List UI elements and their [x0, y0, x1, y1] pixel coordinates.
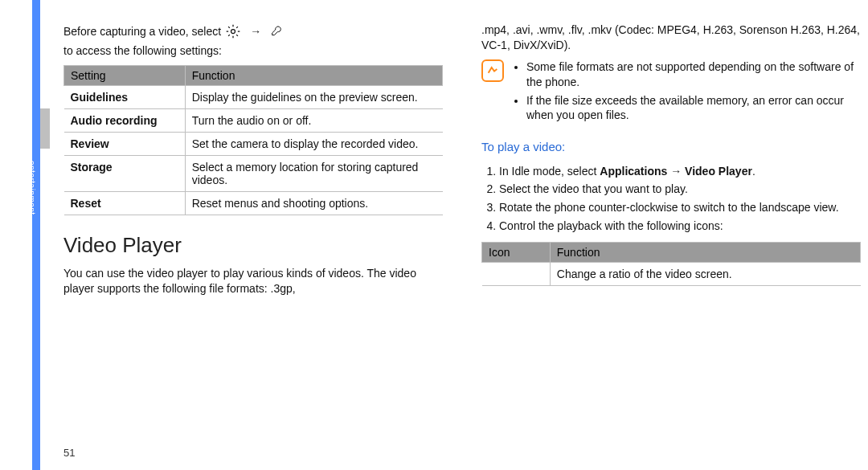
side-section-label: entertainment	[27, 161, 36, 257]
side-gray-tab	[40, 108, 50, 149]
page-number: 51	[63, 447, 75, 459]
setting-function: Set the camera to display the recorded v…	[185, 132, 442, 155]
section-heading: Video Player	[63, 233, 443, 258]
step-item: Rotate the phone counter-clockwise to sw…	[499, 198, 861, 217]
setting-name: Guidelines	[64, 85, 186, 108]
page-content: Before capturing a video, select → to ac…	[63, 0, 861, 470]
table-row: StorageSelect a memory location for stor…	[64, 155, 443, 191]
intro-text-a: Before capturing a video, select	[63, 24, 221, 39]
setting-function: Select a memory location for storing cap…	[185, 155, 442, 191]
setting-name: Reset	[64, 191, 186, 215]
step-text: In Idle mode, select	[499, 165, 600, 178]
step-item: Select the video that you want to play.	[499, 180, 861, 198]
setting-name: Storage	[64, 155, 186, 191]
step-item: In Idle mode, select Applications → Vide…	[499, 162, 861, 181]
setting-function: Turn the audio on or off.	[185, 108, 442, 132]
settings-intro: Before capturing a video, select → to ac…	[63, 22, 443, 59]
step-item: Control the playback with the following …	[499, 217, 861, 235]
table-row: ReviewSet the camera to display the reco…	[64, 132, 443, 155]
table-row: Change a ratio of the video screen.	[482, 263, 861, 286]
step-text: .	[752, 165, 755, 178]
table-header-row: Setting Function	[64, 65, 443, 85]
note-box: Some file formats are not supported depe…	[481, 59, 861, 127]
right-column: .mp4, .avi, .wmv, .flv, .mkv (Codec: MPE…	[481, 22, 861, 470]
note-list: Some file formats are not supported depe…	[512, 59, 861, 127]
step-strong: Applications → Video Player	[600, 165, 752, 178]
note-item: If the file size exceeds the available m…	[526, 93, 861, 127]
setting-function: Display the guidelines on the preview sc…	[185, 85, 442, 108]
steps-list: In Idle mode, select Applications → Vide…	[481, 162, 861, 236]
col-header-setting: Setting	[64, 65, 186, 85]
wrench-icon	[269, 22, 284, 40]
arrow-icon: →	[250, 24, 261, 39]
col-header-function: Function	[550, 243, 860, 263]
section-body: You can use the video player to play var…	[63, 266, 443, 296]
subheading: To play a video:	[481, 139, 861, 155]
table-row: GuidelinesDisplay the guidelines on the …	[64, 85, 443, 108]
left-column: Before capturing a video, select → to ac…	[63, 22, 443, 470]
svg-point-0	[231, 30, 235, 34]
icon-table: Icon Function Change a ratio of the vide…	[481, 242, 861, 286]
settings-table: Setting Function GuidelinesDisplay the g…	[63, 65, 443, 215]
gear-icon	[224, 22, 242, 40]
col-header-function: Function	[185, 65, 442, 85]
intro-text-b: to access the following settings:	[63, 43, 222, 59]
formats-text: .mp4, .avi, .wmv, .flv, .mkv (Codec: MPE…	[481, 22, 861, 53]
setting-name: Review	[64, 132, 186, 155]
table-row: ResetReset menus and shooting options.	[64, 191, 443, 215]
setting-name: Audio recording	[64, 108, 186, 132]
table-row: Audio recordingTurn the audio on or off.	[64, 108, 443, 132]
icon-cell	[482, 263, 551, 286]
note-item: Some file formats are not supported depe…	[526, 59, 861, 93]
col-header-icon: Icon	[482, 243, 551, 263]
table-header-row: Icon Function	[482, 243, 861, 263]
note-icon	[481, 59, 504, 82]
icon-function: Change a ratio of the video screen.	[550, 263, 860, 286]
setting-function: Reset menus and shooting options.	[185, 191, 442, 215]
